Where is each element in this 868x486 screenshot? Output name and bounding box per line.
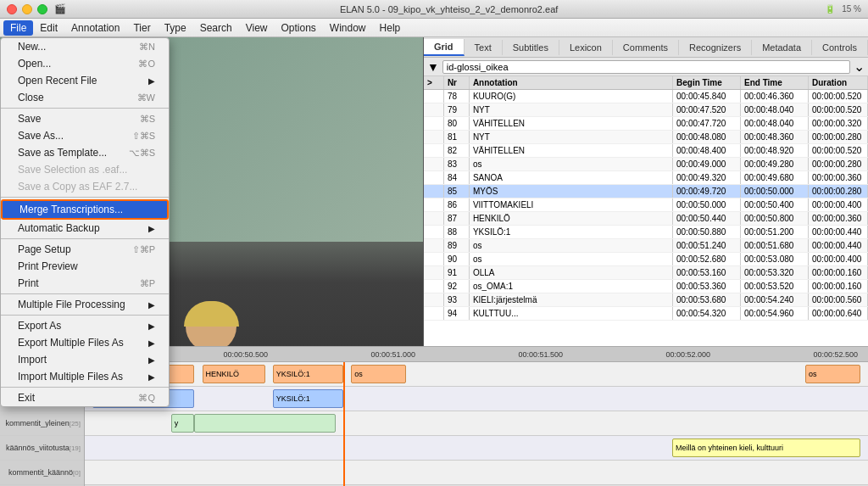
table-row[interactable]: 86 VIITTOMAKIELI 00:00:50.000 00:00:50.4… (424, 198, 868, 212)
menu-open-recent[interactable]: Open Recent File▶ (1, 72, 169, 89)
menu-view[interactable]: View (239, 20, 275, 36)
table-row[interactable]: 81 NYT 00:00:48.080 00:00:48.360 00:00:0… (424, 131, 868, 144)
ann-block[interactable]: os (805, 365, 860, 383)
table-row[interactable]: 79 NYT 00:00:47.520 00:00:48.040 00:00:0… (424, 103, 868, 117)
table-row[interactable]: 80 VÄHITELLEN 00:00:47.720 00:00:48.040 … (424, 117, 868, 131)
table-row[interactable]: 94 KULTTUU... 00:00:54.320 00:00:54.960 … (424, 307, 868, 321)
row-nr: 89 (444, 239, 470, 252)
table-row[interactable]: 89 os 00:00:51.240 00:00:51.680 00:00:00… (424, 239, 868, 253)
row-begin: 00:00:50.000 (673, 198, 741, 211)
row-annotation: NYT (470, 103, 673, 116)
row-duration: 00:00:00.640 (809, 307, 868, 320)
tab-metadata[interactable]: Metadata (752, 40, 812, 55)
menu-save-selection: Save Selection as .eaf... (1, 161, 169, 178)
ann-block[interactable]: os (351, 365, 406, 383)
system-icons: 🔋 15 % (825, 4, 861, 14)
row-expand (424, 226, 444, 238)
track-row-1: VIITTOMAKIELI YKSILÖ:1 (85, 387, 868, 411)
tab-text[interactable]: Text (465, 40, 503, 55)
tab-controls[interactable]: Controls (812, 40, 868, 55)
menu-window[interactable]: Window (323, 20, 373, 36)
table-row[interactable]: 91 OLLA 00:00:53.160 00:00:53.320 00:00:… (424, 266, 868, 280)
tab-grid[interactable]: Grid (424, 39, 465, 56)
window-controls[interactable] (7, 4, 47, 14)
tab-comments[interactable]: Comments (613, 40, 679, 55)
table-row[interactable]: 92 os_OMA:1 00:00:53.360 00:00:53.520 00… (424, 280, 868, 293)
table-row[interactable]: 88 YKSILÖ:1 00:00:50.880 00:00:51.200 00… (424, 226, 868, 239)
tier-expand-icon[interactable]: ▼ (427, 60, 439, 74)
table-row[interactable]: 82 VÄHITELLEN 00:00:48.400 00:00:48.920 … (424, 144, 868, 158)
row-end: 00:00:50.000 (741, 185, 809, 198)
ann-block[interactable] (194, 414, 335, 433)
row-duration: 00:00:00.360 (809, 212, 868, 225)
menu-type[interactable]: Type (158, 20, 193, 36)
table-row[interactable]: 85 MYÖS 00:00:49.720 00:00:50.000 00:00:… (424, 185, 868, 198)
menu-page-setup[interactable]: Page Setup⇧⌘P (1, 241, 169, 258)
row-expand (424, 307, 444, 320)
menu-automatic-backup[interactable]: Automatic Backup▶ (1, 220, 169, 237)
playhead (343, 362, 345, 486)
menu-new[interactable]: New...⌘N (1, 38, 169, 55)
tier-name-input[interactable] (442, 60, 850, 74)
row-duration: 00:00:00.160 (809, 280, 868, 293)
menu-save[interactable]: Save⌘S (1, 110, 169, 127)
row-end: 00:00:54.240 (741, 293, 809, 306)
separator-1 (1, 108, 169, 109)
titlebar: 🎬 ELAN 5.0 - 09_kipo_vk_yhteiso_2_v2_dem… (0, 0, 868, 19)
table-row[interactable]: 83 os 00:00:49.000 00:00:49.280 00:00:00… (424, 158, 868, 171)
col-nr: Nr (444, 76, 470, 89)
separator-3 (1, 238, 169, 239)
menu-annotation[interactable]: Annotation (64, 20, 126, 36)
row-nr: 90 (444, 253, 470, 265)
tabs-bar: Grid Text Subtitles Lexicon Comments Rec… (424, 37, 868, 58)
menu-print-preview[interactable]: Print Preview (1, 258, 169, 275)
tab-recognizers[interactable]: Recognizers (679, 40, 752, 55)
separator-6 (1, 387, 169, 388)
menu-search[interactable]: Search (193, 20, 239, 36)
ann-block[interactable]: YKSILÖ:1 (273, 365, 343, 383)
row-nr: 94 (444, 307, 470, 320)
menu-help[interactable]: Help (373, 20, 408, 36)
menu-import[interactable]: Import▶ (1, 351, 169, 368)
separator-2 (1, 197, 169, 198)
ann-block[interactable]: Meillä on yhteinen kieli, kulttuuri (672, 439, 860, 457)
row-duration: 00:00:00.360 (809, 171, 868, 184)
menu-open[interactable]: Open...⌘O (1, 55, 169, 72)
menu-print[interactable]: Print⌘P (1, 275, 169, 292)
menu-export-multiple[interactable]: Export Multiple Files As▶ (1, 334, 169, 351)
menu-save-template[interactable]: Save as Template...⌥⌘S (1, 144, 169, 161)
menu-save-as[interactable]: Save As...⇧⌘S (1, 127, 169, 144)
menu-edit[interactable]: Edit (33, 20, 64, 36)
menu-export-as[interactable]: Export As▶ (1, 317, 169, 334)
menu-close[interactable]: Close⌘W (1, 89, 169, 106)
table-row[interactable]: 93 KIELI:järjestelmä 00:00:53.680 00:00:… (424, 293, 868, 307)
row-end: 00:00:51.200 (741, 226, 809, 238)
menu-multiple-file[interactable]: Multiple File Processing▶ (1, 296, 169, 313)
ann-block[interactable]: HENKILÖ (203, 365, 265, 383)
menu-merge-transcriptions[interactable]: Merge Transcriptions... (1, 199, 169, 220)
row-end: 00:00:50.800 (741, 212, 809, 225)
tier-dropdown-icon[interactable]: ⌄ (854, 59, 865, 75)
tab-lexicon[interactable]: Lexicon (559, 40, 613, 55)
menu-exit[interactable]: Exit⌘Q (1, 389, 169, 406)
row-begin: 00:00:47.520 (673, 103, 741, 116)
table-row[interactable]: 90 os 00:00:52.680 00:00:53.080 00:00:00… (424, 253, 868, 266)
table-row[interactable]: 84 SANOA 00:00:49.320 00:00:49.680 00:00… (424, 171, 868, 185)
ann-block[interactable]: YKSILÖ:1 (273, 389, 343, 408)
track-row-0: VIITTOMAKIELI HENKILÖ YKSILÖ:1 os os (85, 362, 868, 387)
menu-options[interactable]: Options (275, 20, 323, 36)
table-row[interactable]: 78 KUURO(G) 00:00:45.840 00:00:46.360 00… (424, 90, 868, 103)
row-annotation: os (470, 239, 673, 252)
menu-file[interactable]: File (3, 20, 33, 36)
menu-import-multiple[interactable]: Import Multiple Files As▶ (1, 368, 169, 385)
minimize-button[interactable] (22, 4, 32, 14)
table-row[interactable]: 87 HENKILÖ 00:00:50.440 00:00:50.800 00:… (424, 212, 868, 226)
row-nr: 88 (444, 226, 470, 238)
menu-tier[interactable]: Tier (126, 20, 157, 36)
ann-block[interactable]: y (171, 414, 195, 433)
maximize-button[interactable] (37, 4, 47, 14)
tab-subtitles[interactable]: Subtitles (503, 40, 559, 55)
close-button[interactable] (7, 4, 17, 14)
ruler-label-3: 00:00:51.500 (518, 350, 563, 359)
row-end: 00:00:48.360 (741, 131, 809, 143)
